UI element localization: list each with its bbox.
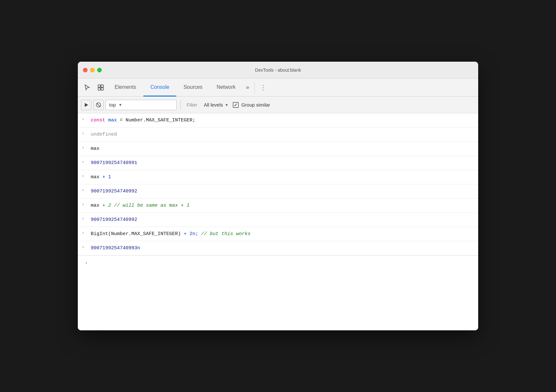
maximize-button[interactable] [97, 68, 102, 72]
tab-bar: Elements Console Sources Network » ⋮ [78, 78, 478, 97]
token-undefined: undefined [91, 132, 117, 137]
console-row-8: ‹ 9007199254740992 [78, 213, 478, 227]
row-gutter-10: ‹ [78, 244, 91, 250]
window-title: DevTools - about:blank [255, 67, 301, 73]
checkmark-icon: ✓ [234, 102, 238, 108]
row-gutter-3[interactable]: › [78, 144, 91, 150]
svg-rect-1 [101, 85, 103, 87]
row-content-6: 9007199254740992 [91, 187, 475, 195]
token-eq-1: = [117, 118, 126, 123]
output-arrow-6: ‹ [82, 188, 84, 193]
token-plus-1: + [102, 174, 105, 180]
token-plus-2: + [184, 231, 187, 237]
tab-sources[interactable]: Sources [176, 78, 210, 97]
svg-rect-3 [101, 88, 103, 90]
row-gutter-9[interactable]: › [78, 230, 91, 235]
console-row-10: ‹ 9007199254740993n [78, 241, 478, 255]
devtools-window: DevTools - about:blank Elements [78, 62, 478, 330]
console-input-row: › [78, 255, 478, 270]
token-max-3: max [91, 174, 102, 180]
output-arrow-10: ‹ [82, 244, 84, 250]
row-gutter-5[interactable]: › [78, 173, 91, 179]
group-similar-toggle[interactable]: ✓ Group similar [233, 102, 270, 108]
token-1: 1 [105, 174, 111, 180]
minimize-button[interactable] [90, 68, 95, 72]
row-gutter-7[interactable]: › [78, 201, 91, 207]
inspect-icon-button[interactable] [94, 78, 108, 96]
console-row-3: › max [78, 142, 478, 156]
token-result-3: 9007199254740992 [91, 217, 137, 222]
token-max-4: max [91, 203, 102, 208]
expand-icon-5[interactable]: › [82, 173, 84, 179]
svg-marker-4 [85, 103, 88, 107]
console-row-2: ‹ undefined [78, 128, 478, 142]
console-output[interactable]: › const max = Number.MAX_SAFE_INTEGER; ‹… [78, 113, 478, 330]
context-arrow-icon: ▼ [118, 103, 122, 107]
console-toolbar: top ▼ Filter All levels ▼ ✓ Group simila… [78, 97, 478, 113]
row-content-3: max [91, 144, 475, 153]
expand-icon-1[interactable]: › [82, 117, 84, 122]
row-content-7: max + 2 // will be same as max + 1 [91, 201, 475, 210]
row-content-8: 9007199254740992 [91, 215, 475, 224]
row-content-1: const max = Number.MAX_SAFE_INTEGER; [91, 116, 475, 124]
devtools-menu-button[interactable]: ⋮ [257, 78, 270, 96]
token-result-1: 9007199254740991 [91, 160, 137, 166]
output-arrow-4: ‹ [82, 159, 84, 164]
expand-icon-3[interactable]: › [82, 145, 84, 150]
svg-rect-0 [98, 85, 100, 87]
token-max-2: max [91, 146, 99, 151]
row-content-2: undefined [91, 130, 475, 139]
token-comment-1: + 2 // will be same as max + 1 [102, 203, 190, 208]
context-selector[interactable]: top ▼ [106, 100, 177, 110]
execute-button[interactable] [81, 100, 91, 110]
title-bar: DevTools - about:blank [78, 62, 478, 78]
levels-arrow-icon: ▼ [225, 103, 229, 107]
row-content-4: 9007199254740991 [91, 159, 475, 167]
devtools-panel: Elements Console Sources Network » ⋮ [78, 78, 478, 330]
console-row-7: › max + 2 // will be same as max + 1 [78, 199, 478, 213]
cursor-icon-button[interactable] [80, 78, 94, 96]
tab-separator [254, 82, 255, 93]
input-prompt-icon: › [85, 260, 88, 265]
toolbar-separator-1 [180, 100, 181, 109]
row-gutter-1[interactable]: › [78, 116, 91, 122]
console-row-9: › BigInt(Number.MAX_SAFE_INTEGER) + 2n; … [78, 227, 478, 241]
tab-network[interactable]: Network [210, 78, 243, 97]
close-button[interactable] [83, 68, 88, 72]
tab-elements[interactable]: Elements [108, 78, 143, 97]
row-gutter-8: ‹ [78, 215, 91, 221]
more-tabs-button[interactable]: » [243, 78, 252, 96]
row-content-9: BigInt(Number.MAX_SAFE_INTEGER) + 2n; //… [91, 230, 475, 238]
token-number-maxsafe: Number.MAX_SAFE_INTEGER; [126, 118, 195, 123]
filter-label: Filter [185, 102, 199, 108]
output-arrow-2: ‹ [82, 131, 84, 136]
tab-console[interactable]: Console [143, 78, 177, 97]
console-row-1: › const max = Number.MAX_SAFE_INTEGER; [78, 113, 478, 128]
row-gutter-4: ‹ [78, 159, 91, 164]
group-similar-checkbox[interactable]: ✓ [233, 102, 239, 108]
console-row-6: ‹ 9007199254740992 [78, 184, 478, 199]
token-bigint: BigInt(Number.MAX_SAFE_INTEGER) [91, 231, 184, 237]
clear-button[interactable] [93, 100, 104, 110]
log-levels-button[interactable]: All levels ▼ [201, 101, 231, 109]
group-similar-label: Group similar [241, 102, 270, 108]
row-gutter-6: ‹ [78, 187, 91, 193]
token-result-2: 9007199254740992 [91, 189, 137, 194]
token-2n: 2n; [187, 231, 198, 237]
console-row-4: ‹ 9007199254740991 [78, 156, 478, 170]
traffic-lights [83, 68, 102, 72]
output-arrow-8: ‹ [82, 216, 84, 221]
svg-line-6 [97, 103, 100, 107]
token-const: const [91, 118, 108, 123]
expand-icon-7[interactable]: › [82, 202, 84, 207]
console-row-5: › max + 1 [78, 170, 478, 184]
svg-rect-2 [98, 88, 100, 90]
expand-icon-9[interactable]: › [82, 230, 84, 235]
token-max-1: max [108, 118, 117, 123]
row-content-10: 9007199254740993n [91, 244, 475, 252]
token-comment-2: // but this works [198, 231, 251, 237]
row-gutter-2: ‹ [78, 130, 91, 136]
token-result-4: 9007199254740993n [91, 245, 140, 251]
row-content-5: max + 1 [91, 173, 475, 181]
